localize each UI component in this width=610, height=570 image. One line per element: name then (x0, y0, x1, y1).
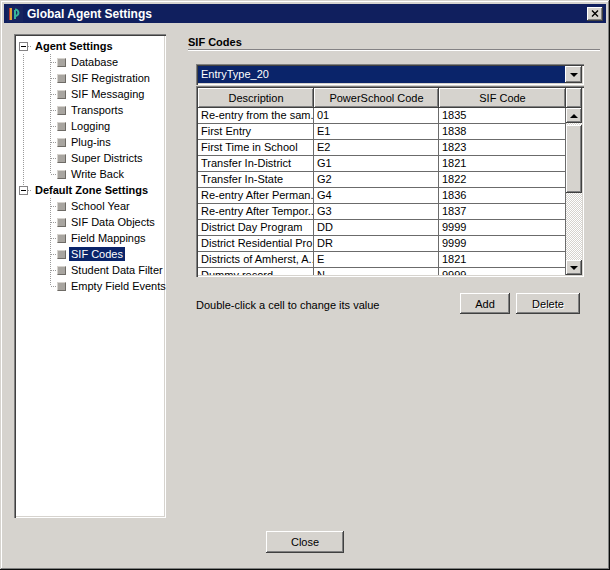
table-cell[interactable]: G4 (314, 188, 439, 204)
table-row[interactable]: Re-entry from the sam...011835 (198, 108, 566, 124)
tree-item-field-mappings[interactable]: Field Mappings (16, 230, 164, 246)
column-header-sif-code[interactable]: SIF Code (439, 88, 566, 108)
table-cell[interactable]: 1823 (439, 140, 566, 156)
column-header-filler (566, 88, 582, 108)
collapse-icon[interactable] (19, 186, 28, 195)
tree-item-logging[interactable]: Logging (16, 118, 164, 134)
window-title: Global Agent Settings (27, 7, 587, 21)
tree-item-label: SIF Data Objects (69, 215, 157, 229)
scroll-down-icon (570, 266, 578, 270)
table-cell[interactable]: First Entry (198, 124, 314, 140)
tree-item-super-districts[interactable]: Super Districts (16, 150, 164, 166)
table-cell[interactable]: Re-entry After Tempor... (198, 204, 314, 220)
table-cell[interactable]: N (314, 268, 439, 275)
table-cell[interactable]: Dummy record (198, 268, 314, 275)
tree-section-agent-settings[interactable]: Agent Settings (16, 38, 164, 54)
scroll-up-button[interactable] (566, 108, 582, 123)
tree-connector-icon (42, 102, 57, 118)
tree-connector-icon (28, 46, 32, 47)
item-bullet-icon (57, 154, 66, 163)
tree-item-label: Student Data Filter (69, 263, 165, 277)
tree-connector-icon (42, 118, 57, 134)
table-cell[interactable]: District Day Program (198, 220, 314, 236)
table-cell[interactable]: 1821 (439, 252, 566, 268)
tree-item-school-year[interactable]: School Year (16, 198, 164, 214)
table-cell[interactable]: 01 (314, 108, 439, 124)
table-row[interactable]: Transfer In-DistrictG11821 (198, 156, 566, 172)
table-cell[interactable]: 1836 (439, 188, 566, 204)
table-row[interactable]: Dummy recordN9999 (198, 268, 566, 275)
table-cell[interactable]: 9999 (439, 236, 566, 252)
table-row[interactable]: Transfer In-StateG21822 (198, 172, 566, 188)
table-row[interactable]: First EntryE11838 (198, 124, 566, 140)
item-bullet-icon (57, 250, 66, 259)
table-cell[interactable]: First Time in School (198, 140, 314, 156)
scrollbar-track[interactable] (566, 123, 582, 260)
app-icon[interactable] (7, 6, 23, 22)
table-row[interactable]: District Day ProgramDD9999 (198, 220, 566, 236)
tree-section-default-zone-settings[interactable]: Default Zone Settings (16, 182, 164, 198)
tree-item-plug-ins[interactable]: Plug-ins (16, 134, 164, 150)
tree-item-label: Transports (69, 103, 125, 117)
tree-item-transports[interactable]: Transports (16, 102, 164, 118)
table-cell[interactable]: District Residential Pro... (198, 236, 314, 252)
chevron-down-icon (570, 73, 578, 77)
tree-item-write-back[interactable]: Write Back (16, 166, 164, 182)
column-header-description[interactable]: Description (198, 88, 314, 108)
table-cell[interactable]: Districts of Amherst, A... (198, 252, 314, 268)
tree-item-database[interactable]: Database (16, 54, 164, 70)
sif-code-type-dropdown[interactable]: EntryType_20 (196, 64, 584, 85)
table-cell[interactable]: 9999 (439, 220, 566, 236)
table-cell[interactable]: Transfer In-State (198, 172, 314, 188)
tree-item-sif-messaging[interactable]: SIF Messaging (16, 86, 164, 102)
table-row[interactable]: Re-entry After Tempor...G31837 (198, 204, 566, 220)
table-row[interactable]: District Residential Pro...DR9999 (198, 236, 566, 252)
tree-item-student-data-filter[interactable]: Student Data Filter (16, 262, 164, 278)
item-bullet-icon (57, 170, 66, 179)
table-row[interactable]: Districts of Amherst, A...E1821 (198, 252, 566, 268)
heading-separator (188, 49, 600, 51)
table-row[interactable]: First Time in SchoolE21823 (198, 140, 566, 156)
table-cell[interactable]: E (314, 252, 439, 268)
add-button[interactable]: Add (460, 293, 510, 314)
table-cell[interactable]: G1 (314, 156, 439, 172)
table-cell[interactable]: DD (314, 220, 439, 236)
table-cell[interactable]: Transfer In-District (198, 156, 314, 172)
column-header-powerschool-code[interactable]: PowerSchool Code (314, 88, 439, 108)
table-cell[interactable]: 1838 (439, 124, 566, 140)
table-cell[interactable]: DR (314, 236, 439, 252)
tree-item-label: SIF Registration (69, 71, 152, 85)
table-cell[interactable]: 1822 (439, 172, 566, 188)
tree-item-label: SIF Codes (69, 247, 125, 261)
tree-item-sif-codes[interactable]: SIF Codes (16, 246, 164, 262)
table-viewport: Re-entry from the sam...011835First Entr… (198, 108, 582, 275)
item-bullet-icon (57, 234, 66, 243)
table-cell[interactable]: G3 (314, 204, 439, 220)
close-window-button[interactable] (587, 7, 603, 21)
tree-connector-icon (28, 190, 32, 191)
scroll-down-button[interactable] (566, 260, 582, 275)
table-cell[interactable]: 1835 (439, 108, 566, 124)
item-bullet-icon (57, 90, 66, 99)
table-cell[interactable]: 9999 (439, 268, 566, 275)
close-button[interactable]: Close (266, 531, 344, 553)
tree-item-label: Database (69, 55, 120, 69)
tree-item-sif-registration[interactable]: SIF Registration (16, 70, 164, 86)
tree-item-empty-field-events[interactable]: Empty Field Events (16, 278, 164, 294)
table-cell[interactable]: Re-entry After Perman... (198, 188, 314, 204)
dropdown-arrow-button[interactable] (565, 66, 582, 83)
scrollbar-thumb[interactable] (566, 125, 582, 193)
tree-item-sif-data-objects[interactable]: SIF Data Objects (16, 214, 164, 230)
table-cell[interactable]: E2 (314, 140, 439, 156)
table-cell[interactable]: 1821 (439, 156, 566, 172)
delete-button[interactable]: Delete (516, 293, 580, 314)
collapse-icon[interactable] (19, 42, 28, 51)
table-cell[interactable]: G2 (314, 172, 439, 188)
table-cell[interactable]: 1837 (439, 204, 566, 220)
vertical-scrollbar[interactable] (566, 108, 582, 275)
table-header-row: Description PowerSchool Code SIF Code (198, 88, 582, 108)
table-row[interactable]: Re-entry After Perman...G41836 (198, 188, 566, 204)
table-cell[interactable]: E1 (314, 124, 439, 140)
table-cell[interactable]: Re-entry from the sam... (198, 108, 314, 124)
item-bullet-icon (57, 266, 66, 275)
